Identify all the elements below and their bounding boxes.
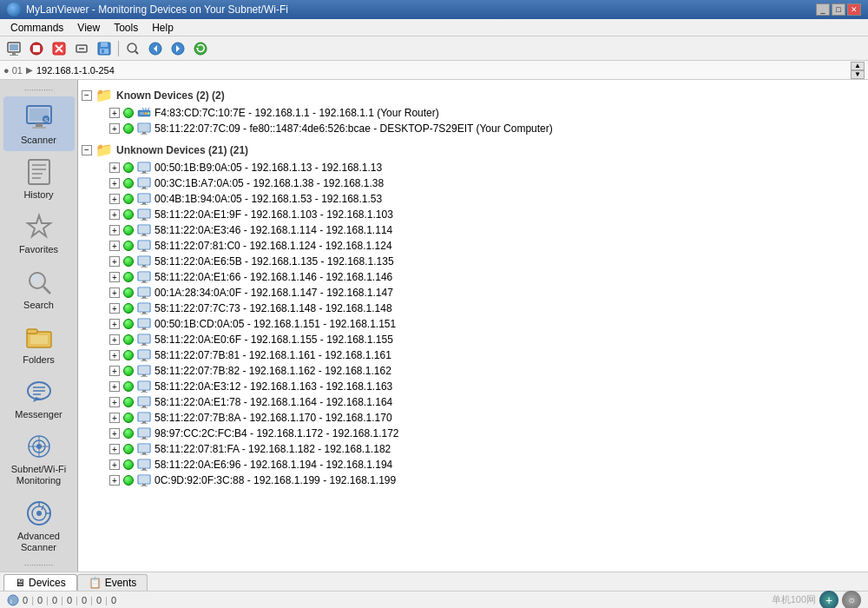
svg-rect-83 bbox=[141, 220, 148, 221]
status-icon: i bbox=[7, 594, 19, 606]
menu-view[interactable]: View bbox=[70, 20, 107, 36]
unknown-device-16[interactable]: + 58:11:22:07:7B:8A - 192.168.1.170 - 19… bbox=[78, 410, 868, 426]
unknown-expand-3[interactable]: + bbox=[109, 209, 120, 220]
unknown-device-icon-11 bbox=[137, 333, 151, 347]
sidebar-item-search[interactable]: Search bbox=[3, 261, 75, 316]
watermark-circle-2: ○ bbox=[842, 591, 861, 609]
forward-button[interactable] bbox=[168, 39, 188, 58]
unknown-device-7[interactable]: + 58:11:22:0A:E1:66 - 192.168.1.146 - 19… bbox=[78, 269, 868, 285]
router-expand[interactable]: + bbox=[109, 108, 120, 118]
unknown-device-1[interactable]: + 00:3C:1B:A7:0A:05 - 192.168.1.38 - 192… bbox=[78, 175, 868, 191]
unknown-device-8[interactable]: + 00:1A:28:34:0A:0F - 192.168.1.147 - 19… bbox=[78, 285, 868, 301]
unknown-device-2[interactable]: + 00:4B:1B:94:0A:05 - 192.168.1.53 - 192… bbox=[78, 191, 868, 207]
known-device-router[interactable]: + F4:83:CD:7C:10:7E - 192.168.1.1 - 192.… bbox=[78, 105, 868, 121]
delete-button[interactable] bbox=[49, 39, 69, 58]
menu-commands[interactable]: Commands bbox=[3, 20, 70, 36]
unknown-device-5[interactable]: + 58:11:22:07:81:C0 - 192.168.1.124 - 19… bbox=[78, 238, 868, 254]
svg-rect-135 bbox=[141, 423, 148, 424]
unknown-expand-6[interactable]: + bbox=[109, 256, 120, 267]
device-tree[interactable]: − 📁 Known Devices (2) (2) + bbox=[78, 80, 868, 572]
unknown-expand-4[interactable]: + bbox=[109, 225, 120, 235]
sidebar-item-advanced-scanner[interactable]: Advanced Scanner bbox=[3, 492, 75, 558]
unknown-expand-19[interactable]: + bbox=[109, 459, 120, 470]
unknown-device-19[interactable]: + 58:11:22:0A:E6:96 - 192.168.1.194 - 19… bbox=[78, 457, 868, 473]
unknown-device-9[interactable]: + 58:11:22:07:7C:73 - 192.168.1.148 - 19… bbox=[78, 301, 868, 316]
toolbar-separator-1 bbox=[118, 41, 119, 56]
unknown-expand-14[interactable]: + bbox=[109, 381, 120, 392]
unknown-device-0[interactable]: + 00:50:1B:B9:0A:05 - 192.168.1.13 - 192… bbox=[78, 160, 868, 175]
save-button[interactable] bbox=[94, 39, 115, 58]
address-scrollbar[interactable]: ▲ ▼ bbox=[851, 62, 865, 79]
rename-button[interactable] bbox=[71, 39, 92, 58]
computer-expand[interactable]: + bbox=[109, 123, 120, 134]
menu-tools[interactable]: Tools bbox=[107, 20, 145, 36]
unknown-expand-2[interactable]: + bbox=[109, 194, 120, 204]
scan-button[interactable] bbox=[3, 39, 24, 58]
unknown-expand-12[interactable]: + bbox=[109, 350, 120, 360]
unknown-expand-20[interactable]: + bbox=[109, 475, 120, 486]
sidebar-item-scanner[interactable]: S Scanner bbox=[3, 96, 75, 151]
sidebar-item-folders[interactable]: Folders bbox=[3, 316, 75, 371]
tab-events[interactable]: 📋 Events bbox=[77, 574, 148, 591]
unknown-device-icon-7 bbox=[137, 270, 151, 284]
unknown-expand-18[interactable]: + bbox=[109, 444, 120, 454]
unknown-expand-1[interactable]: + bbox=[109, 178, 120, 188]
unknown-expand-5[interactable]: + bbox=[109, 241, 120, 251]
scanner-icon: S bbox=[23, 102, 55, 133]
svg-rect-93 bbox=[139, 257, 149, 264]
back-button[interactable] bbox=[145, 39, 166, 58]
unknown-device-12[interactable]: + 58:11:22:07:7B:81 - 192.168.1.161 - 19… bbox=[78, 347, 868, 363]
svg-rect-111 bbox=[141, 329, 148, 330]
events-tab-label: Events bbox=[105, 577, 137, 589]
unknown-device-3[interactable]: + 58:11:22:0A:E1:9F - 192.168.1.103 - 19… bbox=[78, 207, 868, 222]
unknown-device-20[interactable]: + 0C:9D:92:0F:3C:88 - 192.168.1.199 - 19… bbox=[78, 473, 868, 488]
address-scroll-up[interactable]: ▲ bbox=[851, 62, 865, 70]
unknown-device-13[interactable]: + 58:11:22:07:7B:82 - 192.168.1.162 - 19… bbox=[78, 363, 868, 379]
svg-rect-110 bbox=[142, 327, 146, 329]
unknown-device-14[interactable]: + 58:11:22:0A:E3:12 - 192.168.1.163 - 19… bbox=[78, 379, 868, 394]
known-expand[interactable]: − bbox=[82, 90, 92, 101]
sidebar-item-subnet-wifi[interactable]: Subnet/Wi-Fi Monitoring bbox=[3, 426, 75, 492]
unknown-device-text-17: 98:97:CC:2C:FC:B4 - 192.168.1.172 - 192.… bbox=[155, 427, 399, 439]
unknown-expand-7[interactable]: + bbox=[109, 272, 120, 282]
unknown-device-icon-14 bbox=[137, 380, 151, 393]
unknown-expand-8[interactable]: + bbox=[109, 287, 120, 298]
menu-help[interactable]: Help bbox=[145, 20, 181, 36]
known-device-computer[interactable]: + 58:11:22:07:7C:09 - fe80::1487:4de6:52… bbox=[78, 121, 868, 136]
unknown-status-dot-4 bbox=[123, 225, 134, 235]
unknown-device-10[interactable]: + 00:50:1B:CD:0A:05 - 192.168.1.151 - 19… bbox=[78, 316, 868, 332]
address-scroll-down[interactable]: ▼ bbox=[851, 70, 865, 79]
unknown-expand-9[interactable]: + bbox=[109, 303, 120, 314]
minimize-button[interactable]: _ bbox=[816, 3, 830, 16]
unknown-device-15[interactable]: + 58:11:22:0A:E1:78 - 192.168.1.164 - 19… bbox=[78, 394, 868, 410]
unknown-device-18[interactable]: + 58:11:22:07:81:FA - 192.168.1.182 - 19… bbox=[78, 441, 868, 457]
sidebar-item-favorites[interactable]: Favorites bbox=[3, 206, 75, 261]
unknown-expand-10[interactable]: + bbox=[109, 319, 120, 329]
unknown-expand-15[interactable]: + bbox=[109, 397, 120, 407]
known-devices-header[interactable]: − 📁 Known Devices (2) (2) bbox=[78, 85, 868, 105]
close-button[interactable]: ✕ bbox=[847, 3, 861, 16]
sidebar-item-messenger[interactable]: Messenger bbox=[3, 371, 75, 426]
unknown-expand-11[interactable]: + bbox=[109, 334, 120, 345]
search-label: Search bbox=[23, 300, 54, 311]
window-controls[interactable]: _ □ ✕ bbox=[816, 3, 861, 16]
refresh-button[interactable] bbox=[190, 39, 211, 58]
sidebar-item-history[interactable]: History bbox=[3, 151, 75, 206]
unknown-expand-16[interactable]: + bbox=[109, 413, 120, 423]
svg-rect-77 bbox=[139, 195, 149, 202]
unknown-expand-17[interactable]: + bbox=[109, 428, 120, 439]
unknown-devices-header[interactable]: − 📁 Unknown Devices (21) (21) bbox=[78, 140, 868, 160]
history-icon bbox=[23, 156, 55, 188]
stop-button[interactable] bbox=[26, 39, 47, 58]
unknown-device-4[interactable]: + 58:11:22:0A:E3:46 - 192.168.1.114 - 19… bbox=[78, 222, 868, 238]
unknown-device-6[interactable]: + 58:11:22:0A:E6:5B - 192.168.1.135 - 19… bbox=[78, 254, 868, 269]
unknown-expand[interactable]: − bbox=[82, 145, 92, 155]
unknown-device-11[interactable]: + 58:11:22:0A:E0:6F - 192.168.1.155 - 19… bbox=[78, 332, 868, 347]
unknown-expand-13[interactable]: + bbox=[109, 366, 120, 376]
unknown-expand-0[interactable]: + bbox=[109, 162, 120, 173]
tab-devices[interactable]: 🖥 Devices bbox=[3, 574, 77, 591]
find-button[interactable] bbox=[122, 39, 143, 58]
maximize-button[interactable]: □ bbox=[832, 3, 845, 16]
unknown-status-dot-15 bbox=[123, 397, 134, 407]
unknown-device-17[interactable]: + 98:97:CC:2C:FC:B4 - 192.168.1.172 - 19… bbox=[78, 426, 868, 441]
